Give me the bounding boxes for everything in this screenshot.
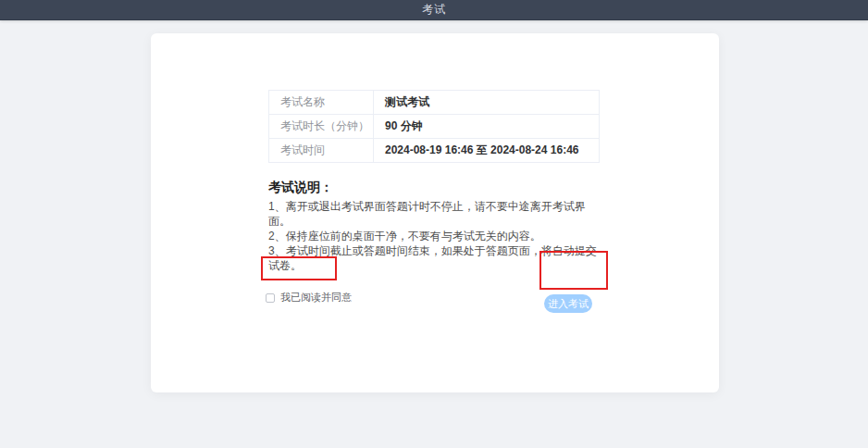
agreement-control[interactable]: 我已阅读并同意: [266, 291, 352, 305]
row-value: 2024-08-19 16:46 至 2024-08-24 16:46: [374, 139, 600, 163]
table-row: 考试名称 测试考试: [269, 91, 600, 115]
enter-exam-button[interactable]: 进入考试: [544, 294, 592, 313]
page-title: 考试: [422, 2, 446, 18]
row-label: 考试时间: [269, 139, 374, 163]
instructions-heading: 考试说明：: [268, 180, 600, 194]
table-row: 考试时间 2024-08-19 16:46 至 2024-08-24 16:46: [269, 139, 600, 163]
agree-checkbox-label: 我已阅读并同意: [280, 291, 352, 305]
exam-content: 考试名称 测试考试 考试时长（分钟） 90 分钟 考试时间 2024-08-19…: [268, 90, 600, 320]
exam-card: 考试名称 测试考试 考试时长（分钟） 90 分钟 考试时间 2024-08-19…: [151, 33, 719, 392]
table-row: 考试时长（分钟） 90 分钟: [269, 115, 600, 139]
checkbox-icon[interactable]: [266, 293, 275, 303]
row-value: 90 分钟: [374, 115, 600, 139]
header-bar: 考试: [0, 0, 868, 20]
instructions-list: 1、离开或退出考试界面答题计时不停止，请不要中途离开考试界面。 2、保持座位前的…: [268, 199, 600, 273]
exam-info-table: 考试名称 测试考试 考试时长（分钟） 90 分钟 考试时间 2024-08-19…: [268, 90, 600, 163]
row-label: 考试时长（分钟）: [269, 115, 374, 139]
action-row: 我已阅读并同意 进入考试: [268, 281, 600, 320]
instruction-item: 3、考试时间截止或答题时间结束，如果处于答题页面，将自动提交试卷。: [268, 243, 600, 273]
instruction-item: 2、保持座位前的桌面干净，不要有与考试无关的内容。: [268, 229, 600, 243]
instruction-item: 1、离开或退出考试界面答题计时不停止，请不要中途离开考试界面。: [268, 199, 600, 229]
row-label: 考试名称: [269, 91, 374, 115]
row-value: 测试考试: [374, 91, 600, 115]
